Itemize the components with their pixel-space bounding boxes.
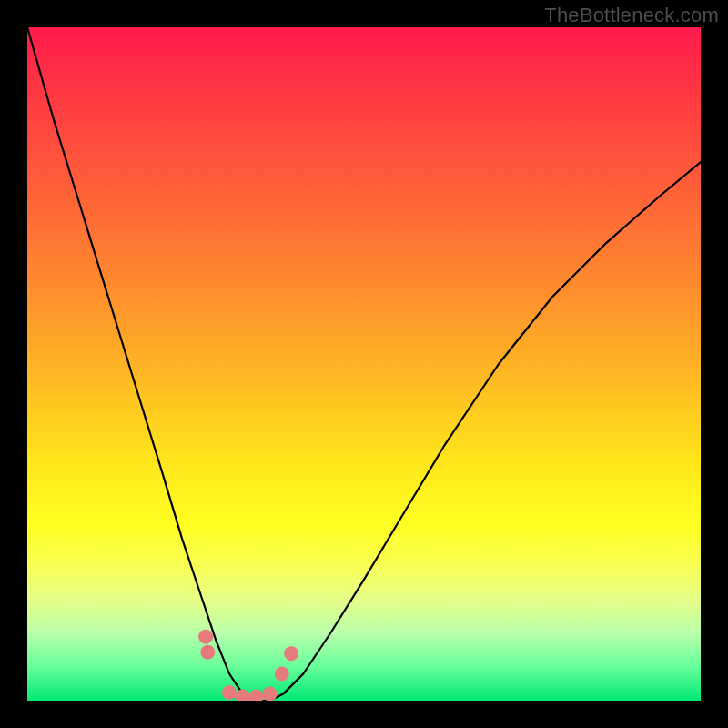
marker-dot	[275, 666, 289, 681]
chart-svg	[27, 27, 701, 701]
marker-dot	[200, 645, 215, 660]
bottleneck-curve-path	[27, 27, 701, 701]
marker-dot	[236, 690, 250, 701]
marker-group	[198, 630, 298, 701]
watermark-text: TheBottleneck.com	[544, 4, 719, 27]
plot-area	[27, 27, 701, 701]
marker-dot	[222, 685, 237, 700]
marker-dot	[284, 646, 298, 661]
marker-dot	[262, 687, 277, 701]
marker-dot	[249, 690, 264, 701]
marker-dot	[198, 630, 213, 644]
outer-frame: TheBottleneck.com	[0, 0, 728, 728]
